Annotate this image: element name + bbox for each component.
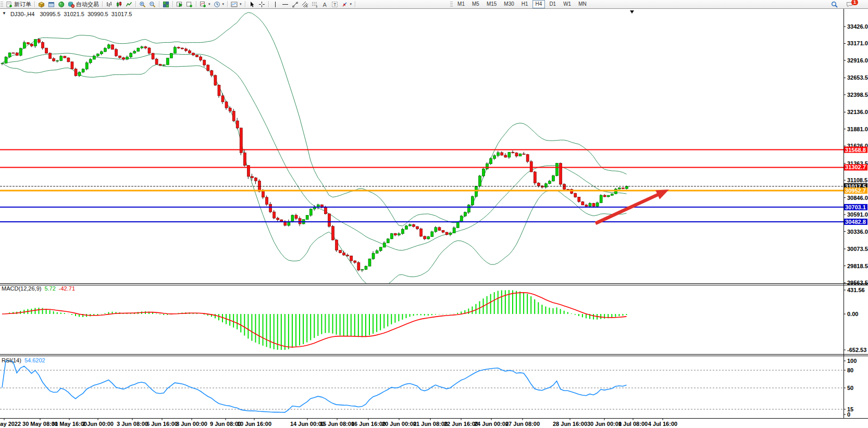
- horizontal-line-button[interactable]: [280, 1, 290, 8]
- arrows-button[interactable]: [340, 1, 354, 8]
- tab-timeframe-W1[interactable]: W1: [560, 0, 574, 8]
- candlestick-button[interactable]: [114, 1, 124, 8]
- templates-button[interactable]: [184, 1, 194, 8]
- chat-button[interactable]: 1: [845, 1, 854, 8]
- zoom-in-button[interactable]: [138, 1, 147, 8]
- horizontal-line-icon: [282, 1, 289, 8]
- vertical-line-button[interactable]: [270, 1, 280, 8]
- chart-canvas[interactable]: 33426.033171.032916.032653.532398.532136…: [0, 0, 868, 428]
- text-icon: A: [321, 1, 328, 8]
- trendline-button[interactable]: [290, 1, 300, 8]
- navigator-button[interactable]: [56, 1, 66, 8]
- tile-windows-button[interactable]: [161, 1, 171, 8]
- trend-arrow[interactable]: [596, 190, 669, 223]
- svg-text:A: A: [323, 1, 327, 7]
- search-button[interactable]: [829, 1, 839, 8]
- chevron-down-icon: [222, 2, 225, 6]
- bollinger-lower: [2, 63, 627, 287]
- bar-chart-button[interactable]: [104, 1, 114, 8]
- time-axis[interactable]: 27 May 202230 May 08:0031 May 16:002 Jun…: [0, 419, 677, 427]
- toolbar-grip[interactable]: [450, 2, 453, 7]
- indicator-window-icon: [231, 1, 238, 8]
- svg-text:30 Jun 00:00: 30 Jun 00:00: [587, 421, 622, 427]
- profiles-button[interactable]: [175, 1, 184, 8]
- quote-high: 31021.5: [64, 11, 84, 17]
- shift-marker-icon[interactable]: [630, 10, 634, 14]
- text-button[interactable]: A: [320, 1, 330, 8]
- autotrade-label: 自动交易: [76, 1, 99, 8]
- svg-text:8 Jun 00:00: 8 Jun 00:00: [176, 421, 207, 427]
- fibonacci-button[interactable]: F: [310, 1, 320, 8]
- svg-text:27 May 2022: 27 May 2022: [0, 421, 21, 427]
- new-order-icon: [6, 1, 13, 8]
- separator: [268, 1, 269, 7]
- channel-button[interactable]: E: [300, 1, 310, 8]
- svg-text:30336.0: 30336.0: [847, 229, 868, 235]
- new-order-button[interactable]: 新订单: [4, 1, 33, 8]
- data-window-icon: [48, 1, 55, 8]
- svg-text:28 Jun 16:00: 28 Jun 16:00: [553, 421, 587, 427]
- svg-text:32136.0: 32136.0: [847, 109, 868, 115]
- quote-close: 31017.5: [111, 11, 132, 17]
- navigator-icon: [58, 1, 65, 8]
- symbol-dropdown-icon[interactable]: ▼: [2, 11, 6, 17]
- svg-text:431.56: 431.56: [847, 287, 865, 293]
- tab-timeframe-M1[interactable]: M1: [454, 0, 468, 8]
- tab-timeframe-MN[interactable]: MN: [575, 0, 590, 8]
- separator: [102, 1, 103, 7]
- tab-timeframe-H1[interactable]: H1: [518, 0, 531, 8]
- svg-text:16 Jun 16:00: 16 Jun 16:00: [351, 421, 386, 427]
- cursor-icon: [249, 1, 255, 8]
- svg-text:3 Jun 08:00: 3 Jun 08:00: [117, 421, 148, 427]
- svg-text:32653.5: 32653.5: [847, 74, 868, 81]
- data-window-button[interactable]: [46, 1, 56, 8]
- zoom-out-button[interactable]: [147, 1, 157, 8]
- svg-text:30073.5: 30073.5: [847, 246, 868, 252]
- quote-low: 30990.5: [88, 11, 108, 17]
- chevron-down-icon: [350, 2, 352, 6]
- autotrade-button[interactable]: 自动交易: [66, 1, 101, 8]
- svg-text:30703.1: 30703.1: [845, 204, 866, 210]
- svg-text:2 Jun 00:00: 2 Jun 00:00: [82, 421, 114, 427]
- line-chart-button[interactable]: [124, 1, 134, 8]
- channel-icon: E: [302, 1, 308, 8]
- tab-timeframe-M15[interactable]: M15: [483, 0, 500, 8]
- macd-name: MACD(12,26,9): [2, 285, 41, 292]
- zoom-in-icon: [139, 1, 146, 8]
- autotrade-icon: [68, 1, 75, 8]
- indicator-windows-button[interactable]: [229, 1, 243, 8]
- tab-timeframe-H4[interactable]: H4: [532, 0, 545, 8]
- price-axis[interactable]: 33426.033171.032916.032653.532398.532136…: [844, 23, 868, 418]
- svg-text:50: 50: [847, 385, 853, 391]
- crosshair-icon: [258, 1, 265, 8]
- toolbar-right-group: 1: [829, 1, 868, 8]
- zoom-out-icon: [149, 1, 156, 8]
- separator: [34, 1, 35, 7]
- rsi-layer: [0, 361, 844, 412]
- macd-signal-value: -42.71: [59, 285, 75, 292]
- svg-text:33171.0: 33171.0: [847, 40, 868, 46]
- chevron-down-icon: [208, 2, 210, 6]
- label-button[interactable]: T: [330, 1, 340, 8]
- market-watch-button[interactable]: [36, 1, 46, 8]
- chart-symbol-period: DJ30-,H4: [10, 11, 34, 17]
- tab-timeframe-M5[interactable]: M5: [469, 0, 482, 8]
- svg-text:E: E: [306, 5, 308, 8]
- shift-marker: [630, 10, 634, 14]
- periods-button[interactable]: [212, 1, 226, 8]
- macd-main-value: 5.72: [44, 285, 55, 292]
- svg-text:6 Jun 16:00: 6 Jun 16:00: [146, 421, 178, 427]
- cursor-button[interactable]: [247, 1, 257, 8]
- crosshair-button[interactable]: [257, 1, 267, 8]
- tab-timeframe-M30[interactable]: M30: [501, 0, 517, 8]
- separator: [227, 1, 228, 7]
- label-icon: T: [331, 1, 338, 8]
- profiles-icon: [176, 1, 183, 8]
- toolbar-grip[interactable]: [1, 2, 3, 7]
- svg-text:33426.0: 33426.0: [847, 23, 868, 30]
- indicators-button[interactable]: [198, 1, 212, 8]
- tab-timeframe-D1[interactable]: D1: [546, 0, 559, 8]
- svg-text:20 Jun 00:00: 20 Jun 00:00: [382, 421, 416, 427]
- svg-text:21 Jun 08:00: 21 Jun 08:00: [413, 421, 448, 427]
- candlestick-icon: [116, 1, 122, 8]
